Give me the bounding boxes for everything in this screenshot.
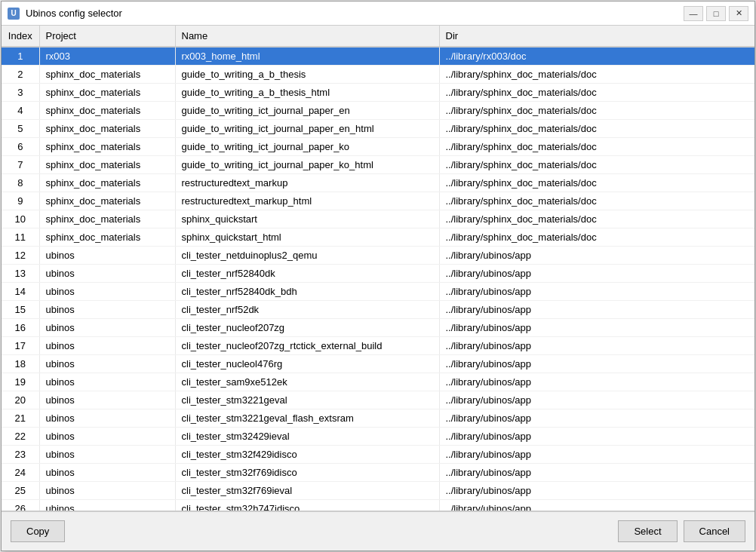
table-row[interactable]: 11sphinx_doc_materialssphinx_quickstart_… [2, 228, 754, 247]
cell-dir: ../library/ubinos/app [439, 446, 754, 464]
cell-name: sphinx_quickstart [175, 210, 439, 228]
cell-name: restructuredtext_markup_html [175, 192, 439, 210]
header-dir: Dir [439, 26, 754, 47]
cell-index: 9 [2, 192, 39, 210]
cell-project: sphinx_doc_materials [39, 192, 175, 210]
table-row[interactable]: 12ubinoscli_tester_netduinoplus2_qemu../… [2, 247, 754, 265]
table-row[interactable]: 10sphinx_doc_materialssphinx_quickstart.… [2, 210, 754, 228]
table-row[interactable]: 18ubinoscli_tester_nucleol476rg../librar… [2, 355, 754, 373]
table-row[interactable]: 20ubinoscli_tester_stm3221geval../librar… [2, 391, 754, 409]
cell-name: cli_tester_nrf52840dk [175, 265, 439, 283]
cell-index: 2 [2, 66, 39, 84]
cell-dir: ../library/sphinx_doc_materials/doc [439, 138, 754, 156]
cancel-button[interactable]: Cancel [684, 520, 745, 542]
cell-name: cli_tester_stm3221geval_flash_extsram [175, 409, 439, 428]
cell-name: cli_tester_stm32429ieval [175, 428, 439, 446]
cell-index: 22 [2, 428, 39, 446]
table-row[interactable]: 2sphinx_doc_materialsguide_to_writing_a_… [2, 66, 754, 84]
table-header-row: Index Project Name Dir [2, 26, 754, 47]
cell-dir: ../library/sphinx_doc_materials/doc [439, 102, 754, 120]
table-row[interactable]: 17ubinoscli_tester_nucleof207zg_rtctick_… [2, 337, 754, 355]
cell-dir: ../library/sphinx_doc_materials/doc [439, 192, 754, 210]
cell-dir: ../library/ubinos/app [439, 247, 754, 265]
table-row[interactable]: 24ubinoscli_tester_stm32f769idisco../lib… [2, 464, 754, 482]
cell-name: cli_tester_nrf52dk [175, 301, 439, 319]
table-row[interactable]: 8sphinx_doc_materialsrestructuredtext_ma… [2, 174, 754, 192]
table-row[interactable]: 6sphinx_doc_materialsguide_to_writing_ic… [2, 138, 754, 156]
cell-project: ubinos [39, 428, 175, 446]
cell-name: guide_to_writing_ict_journal_paper_ko_ht… [175, 156, 439, 174]
cell-dir: ../library/sphinx_doc_materials/doc [439, 156, 754, 174]
cell-index: 17 [2, 337, 39, 355]
minimize-button[interactable]: — [684, 6, 703, 21]
footer-left: Copy [11, 520, 65, 542]
table-row[interactable]: 13ubinoscli_tester_nrf52840dk../library/… [2, 265, 754, 283]
cell-dir: ../library/ubinos/app [439, 265, 754, 283]
table-row[interactable]: 5sphinx_doc_materialsguide_to_writing_ic… [2, 120, 754, 138]
select-button[interactable]: Select [618, 520, 677, 542]
table-row[interactable]: 4sphinx_doc_materialsguide_to_writing_ic… [2, 102, 754, 120]
cell-project: ubinos [39, 446, 175, 464]
cell-name: cli_tester_nucleof207zg [175, 319, 439, 337]
table-row[interactable]: 23ubinoscli_tester_stm32f429idisco../lib… [2, 446, 754, 464]
cell-project: sphinx_doc_materials [39, 228, 175, 247]
cell-name: guide_to_writing_a_b_thesis_html [175, 84, 439, 102]
cell-project: ubinos [39, 500, 175, 512]
copy-button[interactable]: Copy [11, 520, 65, 542]
table-row[interactable]: 26ubinoscli_tester_stm32h747idisco../lib… [2, 500, 754, 512]
table-row[interactable]: 16ubinoscli_tester_nucleof207zg../librar… [2, 319, 754, 337]
cell-project: ubinos [39, 373, 175, 391]
table-row[interactable]: 3sphinx_doc_materialsguide_to_writing_a_… [2, 84, 754, 102]
cell-index: 3 [2, 84, 39, 102]
cell-dir: ../library/ubinos/app [439, 283, 754, 301]
table-row[interactable]: 19ubinoscli_tester_sam9xe512ek../library… [2, 373, 754, 391]
table-row[interactable]: 22ubinoscli_tester_stm32429ieval../libra… [2, 428, 754, 446]
cell-project: sphinx_doc_materials [39, 84, 175, 102]
cell-index: 13 [2, 265, 39, 283]
cell-index: 23 [2, 446, 39, 464]
cell-project: ubinos [39, 301, 175, 319]
cell-index: 18 [2, 355, 39, 373]
cell-dir: ../library/ubinos/app [439, 482, 754, 500]
table-row[interactable]: 1rx003rx003_home_html../library/rx003/do… [2, 47, 754, 66]
table-container: Index Project Name Dir 1rx003rx003_home_… [2, 26, 754, 511]
cell-project: rx003 [39, 47, 175, 66]
table-row[interactable]: 9sphinx_doc_materialsrestructuredtext_ma… [2, 192, 754, 210]
cell-index: 16 [2, 319, 39, 337]
table-row[interactable]: 14ubinoscli_tester_nrf52840dk_bdh../libr… [2, 283, 754, 301]
cell-name: cli_tester_stm32f769ieval [175, 482, 439, 500]
table-row[interactable]: 25ubinoscli_tester_stm32f769ieval../libr… [2, 482, 754, 500]
cell-project: sphinx_doc_materials [39, 138, 175, 156]
cell-dir: ../library/ubinos/app [439, 391, 754, 409]
cell-project: ubinos [39, 247, 175, 265]
footer-right: Select Cancel [618, 520, 745, 542]
footer: Copy Select Cancel [2, 511, 754, 550]
cell-name: cli_tester_stm32h747idisco [175, 500, 439, 512]
table-row[interactable]: 7sphinx_doc_materialsguide_to_writing_ic… [2, 156, 754, 174]
cell-name: cli_tester_stm32f769idisco [175, 464, 439, 482]
table-row[interactable]: 21ubinoscli_tester_stm3221geval_flash_ex… [2, 409, 754, 428]
cell-dir: ../library/ubinos/app [439, 319, 754, 337]
cell-name: cli_tester_sam9xe512ek [175, 373, 439, 391]
window-title: Ubinos config selector [26, 8, 122, 19]
cell-project: sphinx_doc_materials [39, 66, 175, 84]
cell-index: 20 [2, 391, 39, 409]
cell-project: sphinx_doc_materials [39, 102, 175, 120]
cell-dir: ../library/sphinx_doc_materials/doc [439, 84, 754, 102]
cell-project: sphinx_doc_materials [39, 174, 175, 192]
cell-name: cli_tester_nucleof207zg_rtctick_external… [175, 337, 439, 355]
title-bar-controls: — □ ✕ [684, 6, 748, 21]
cell-index: 14 [2, 283, 39, 301]
cell-project: ubinos [39, 409, 175, 428]
maximize-button[interactable]: □ [706, 6, 726, 21]
cell-project: ubinos [39, 283, 175, 301]
close-button[interactable]: ✕ [729, 6, 748, 21]
cell-dir: ../library/sphinx_doc_materials/doc [439, 120, 754, 138]
table-row[interactable]: 15ubinoscli_tester_nrf52dk../library/ubi… [2, 301, 754, 319]
cell-name: cli_tester_nrf52840dk_bdh [175, 283, 439, 301]
cell-name: restructuredtext_markup [175, 174, 439, 192]
table-body: 1rx003rx003_home_html../library/rx003/do… [2, 47, 754, 511]
cell-name: cli_tester_stm3221geval [175, 391, 439, 409]
cell-name: guide_to_writing_ict_journal_paper_ko [175, 138, 439, 156]
cell-dir: ../library/sphinx_doc_materials/doc [439, 66, 754, 84]
